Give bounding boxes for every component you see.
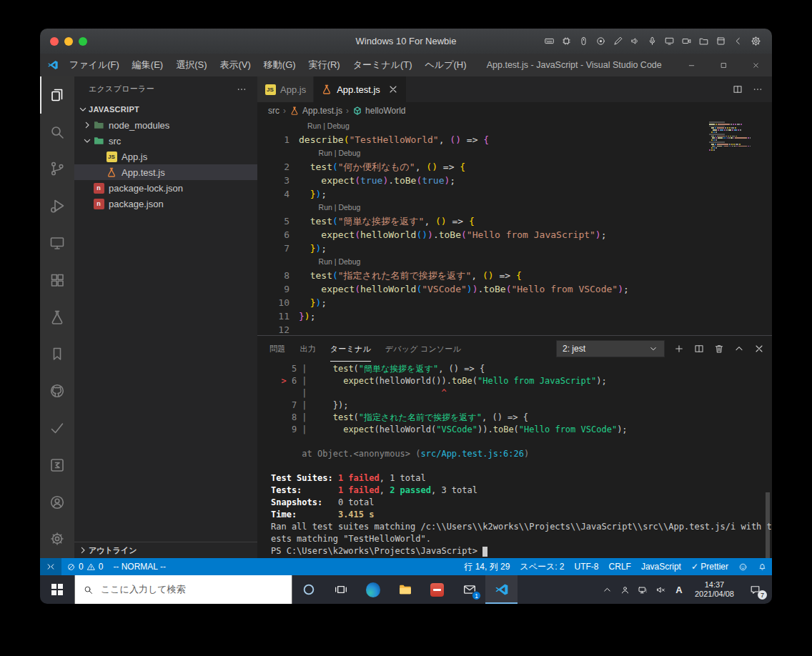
breadcrumb-item[interactable]: src [268,106,279,116]
menu-item[interactable]: 実行(R) [302,54,347,76]
tab-App.js[interactable]: JSApp.js [257,76,314,102]
tab-close-icon[interactable] [387,84,399,95]
more-actions-icon[interactable] [236,84,247,95]
screenshot-icon[interactable] [716,36,726,46]
activity-test-explorer[interactable] [40,299,74,336]
taskbar-clock[interactable]: 14:37 2021/04/08 [688,580,741,599]
back-icon[interactable] [733,36,743,46]
codelens[interactable]: Run | Debug [257,255,772,269]
codelens[interactable]: Run | Debug [257,119,772,133]
panel-tab-出力[interactable]: 出力 [299,336,315,362]
code-line[interactable]: 8 test("指定された名前で挨拶を返す", () => { [257,269,772,282]
codelens[interactable]: Run | Debug [257,201,772,214]
tree-item-src[interactable]: src [74,133,257,149]
activity-source-control[interactable] [40,151,74,188]
activity-run-debug[interactable] [40,187,74,224]
file-explorer-button[interactable] [389,575,421,604]
close-button[interactable] [740,54,772,76]
breadcrumb-item[interactable]: App.test.js [289,106,342,116]
panel-tab-ターミナル[interactable]: ターミナル [330,336,371,362]
vscode-button[interactable] [485,575,518,604]
breadcrumb-item[interactable]: helloWorld [352,106,405,116]
language-status[interactable]: JavaScript [636,558,686,575]
edge-button[interactable] [357,575,389,604]
split-terminal-icon[interactable] [693,343,705,354]
formatter-status[interactable]: ✓ Prettier [686,558,733,575]
split-editor-icon[interactable] [732,84,743,95]
tree-item-package-lock.json[interactable]: npackage-lock.json [74,180,257,196]
code-line[interactable]: 11}); [257,309,772,323]
ime-mode[interactable]: A [670,585,688,595]
tab-App.test.js[interactable]: App.test.js [314,76,407,102]
kill-terminal-icon[interactable] [713,343,725,354]
code-line[interactable]: 12 [257,323,772,335]
menu-item[interactable]: ファイル(F) [63,54,126,76]
panel-scrollbar[interactable] [766,492,770,558]
code-line[interactable]: 1describe("TestHelloWorld", () => { [257,133,772,146]
keyboard-icon[interactable] [544,36,555,46]
pen-icon[interactable] [613,36,623,46]
microphone-icon[interactable] [647,36,658,46]
task-view-button[interactable] [325,575,357,604]
speaker-icon[interactable] [630,36,640,46]
close-panel-icon[interactable] [753,343,765,354]
camera-icon[interactable] [681,36,692,46]
minimize-button[interactable] [675,54,708,76]
mail-button[interactable]: 1 [453,575,485,604]
code-line[interactable]: 4 }); [257,187,772,201]
tree-item-App.js[interactable]: JSApp.js [74,149,257,164]
processor-icon[interactable] [561,36,572,46]
menu-item[interactable]: 移動(G) [257,54,302,76]
shared-folder-icon[interactable] [698,36,709,46]
action-center-button[interactable]: 7 [741,575,769,604]
editor-more-actions-icon[interactable] [752,84,763,95]
panel-tab-問題[interactable]: 問題 [269,336,285,362]
panel-tab-デバッグ コンソール[interactable]: デバッグ コンソール [385,336,461,362]
maximize-button[interactable] [708,54,740,76]
activity-search[interactable] [40,114,74,151]
new-terminal-icon[interactable] [673,343,685,354]
code-line[interactable]: 3 expect(true).toBe(true); [257,174,772,187]
mac-close-button[interactable] [50,37,59,46]
menu-item[interactable]: ターミナル(T) [347,54,419,76]
menu-item[interactable]: ヘルプ(H) [419,54,473,76]
code-line[interactable]: 7 }); [257,242,772,255]
codelens[interactable]: Run | Debug [257,146,772,160]
terminal[interactable]: 5 | test("簡単な挨拶を返す", () => { > 6 | expec… [271,363,771,557]
tree-item-node_modules[interactable]: node_modules [74,117,257,133]
activity-account[interactable] [40,484,74,521]
start-button[interactable] [40,575,74,604]
cortana-button[interactable] [292,575,325,604]
tray-expand-button[interactable] [598,575,616,604]
tree-item-App.test.js[interactable]: App.test.js [74,164,257,180]
activity-extensions[interactable] [40,262,74,299]
terminal-selector[interactable]: 2: jest [556,340,665,357]
taskbar-search[interactable]: ここに入力して検索 [74,575,292,604]
maximize-panel-icon[interactable] [733,343,745,354]
activity-explorer[interactable] [40,76,74,114]
menu-item[interactable]: 選択(S) [169,54,213,76]
problems-status[interactable]: 0 0 [61,558,108,575]
cursor-position-status[interactable]: 行 14, 列 29 [459,558,515,575]
activity-todo[interactable] [40,409,74,447]
record-icon[interactable] [595,36,606,46]
code-line[interactable]: 2 test("何か便利なもの", () => { [257,160,772,174]
display-icon[interactable] [664,36,675,46]
minimap[interactable] [709,121,751,153]
code-line[interactable]: 9 expect(helloWorld("VSCode")).toBe("Hel… [257,282,772,296]
project-section-header[interactable]: JAVASCRIPT [74,101,257,117]
remote-indicator[interactable] [40,558,61,575]
tray-people-icon[interactable] [616,575,634,604]
mac-minimize-button[interactable] [64,37,73,46]
pinned-app-button[interactable] [421,575,453,604]
code-line[interactable]: 5 test("簡単な挨拶を返す", () => { [257,214,772,228]
notifications-button[interactable] [753,558,772,575]
activity-settings[interactable] [40,521,74,558]
outline-section-header[interactable]: アウトライン [74,542,257,558]
gear-icon[interactable] [750,35,762,47]
eol-status[interactable]: CRLF [604,558,636,575]
activity-output[interactable] [40,447,74,484]
activity-bookmarks[interactable] [40,336,74,373]
menu-item[interactable]: 表示(V) [214,54,257,76]
vim-mode-status[interactable]: -- NORMAL -- [108,558,171,575]
